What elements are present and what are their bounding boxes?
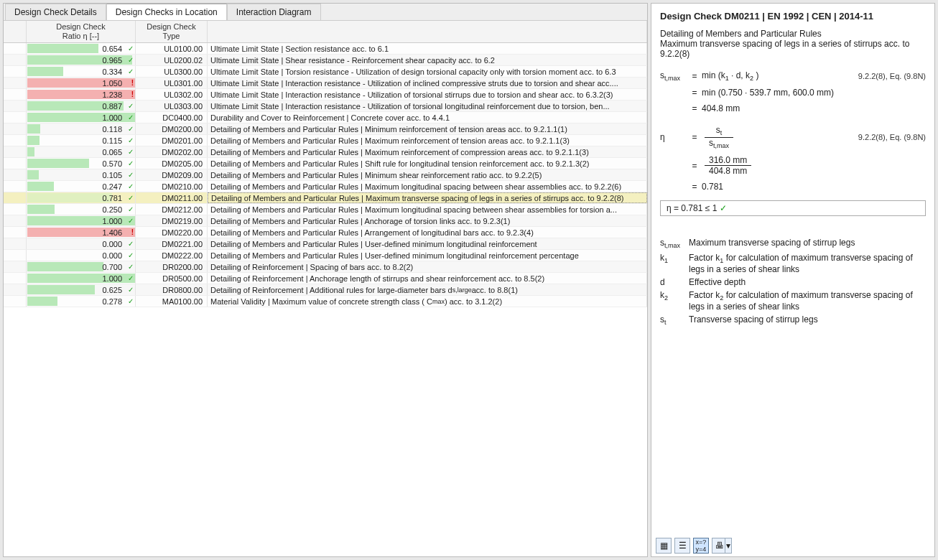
eq-eta: η (660, 132, 687, 142)
table-row[interactable]: 0.625✓DR0800.00Detailing of Reinforcemen… (4, 284, 647, 296)
glossary-row: st,maxMaximum transverse spacing of stir… (660, 238, 926, 249)
result-box: η = 0.781 ≤ 1 ✓ (660, 200, 926, 216)
toolbar-print-dropdown[interactable]: ▾ (725, 538, 732, 554)
fail-icon: ! (131, 90, 134, 98)
tab-design-checks-in-location[interactable]: Design Checks in Location (106, 4, 227, 20)
table-row[interactable]: 1.050!UL0301.00Ultimate Limit State | In… (4, 78, 647, 89)
toolbar-list-button[interactable]: ☰ (674, 538, 690, 554)
grid-body[interactable]: 0.654✓UL0100.00Ultimate Limit State | Se… (4, 43, 647, 546)
table-row[interactable]: 1.406!DM0220.00Detailing of Members and … (4, 227, 647, 238)
table-row[interactable]: 0.000✓DM0221.00Detailing of Members and … (4, 238, 647, 250)
tab-interaction-diagram[interactable]: Interaction Diagram (227, 4, 321, 20)
left-panel: Design Check Details Design Checks in Lo… (3, 3, 648, 557)
table-row[interactable]: 1.000✓DC0400.00Durability and Cover to R… (4, 112, 647, 123)
check-icon: ✓ (128, 286, 134, 294)
check-icon: ✓ (128, 102, 134, 110)
table-row[interactable]: 0.965✓UL0200.02Ultimate Limit State | Sh… (4, 55, 647, 66)
check-icon: ✓ (720, 203, 727, 213)
design-checks-grid: Design CheckRatio η [--] Design CheckTyp… (4, 21, 647, 556)
table-row[interactable]: 1.000✓DM0219.00Detailing of Members and … (4, 215, 647, 227)
glossary-row: k2Factor k2 for calculation of maximum t… (660, 290, 926, 312)
check-icon: ✓ (128, 113, 134, 121)
glossary: st,maxMaximum transverse spacing of stir… (660, 238, 926, 330)
table-row[interactable]: 0.250✓DM0212.00Detailing of Members and … (4, 204, 647, 215)
check-icon: ✓ (128, 148, 134, 156)
table-row[interactable]: 0.887✓UL0303.00Ultimate Limit State | In… (4, 101, 647, 112)
table-row[interactable]: 0.654✓UL0100.00Ultimate Limit State | Se… (4, 43, 647, 55)
toolbar-layout-button[interactable]: ▦ (656, 538, 672, 554)
col-type[interactable]: Design CheckType (136, 21, 208, 42)
table-row[interactable]: 0.334✓UL0300.00Ultimate Limit State | To… (4, 66, 647, 78)
glossary-row: stTransverse spacing of stirrup legs (660, 314, 926, 326)
ref-9.2.2-8-a: 9.2.2(8), Eq. (9.8N) (858, 72, 926, 80)
ref-9.2.2-8-b: 9.2.2(8), Eq. (9.8N) (858, 133, 926, 141)
detail-panel: Design Check DM0211 | EN 1992 | CEN | 20… (651, 3, 935, 557)
check-icon: ✓ (128, 56, 134, 64)
col-ratio[interactable]: Design CheckRatio η [--] (27, 21, 136, 42)
table-row[interactable]: 0.105✓DM0209.00Detailing of Members and … (4, 169, 647, 181)
detail-toolbar: ▦ ☰ x=?y=4 🖶 ▾ (656, 538, 732, 554)
table-row[interactable]: 1.000✓DR0500.00Detailing of Reinforcemen… (4, 273, 647, 284)
glossary-row: dEffective depth (660, 277, 926, 287)
check-icon: ✓ (128, 45, 134, 52)
check-icon: ✓ (128, 182, 134, 190)
grid-header: Design CheckRatio η [--] Design CheckTyp… (4, 21, 647, 43)
table-row[interactable]: 0.065✓DM0202.00Detailing of Members and … (4, 146, 647, 158)
check-icon: ✓ (128, 274, 134, 282)
table-row[interactable]: 0.247✓DM0210.00Detailing of Members and … (4, 181, 647, 192)
check-icon: ✓ (128, 251, 134, 259)
check-icon: ✓ (128, 194, 134, 202)
fail-icon: ! (131, 79, 134, 87)
check-icon: ✓ (128, 125, 134, 133)
table-row[interactable]: 0.278✓MA0100.00Material Validity | Maxim… (4, 296, 647, 307)
check-icon: ✓ (128, 159, 134, 167)
table-row[interactable]: 1.238!UL0302.00Ultimate Limit State | In… (4, 89, 647, 101)
glossary-row: k1Factor k1 for calculation of maximum t… (660, 253, 926, 274)
detail-subtitle: Detailing of Members and Particular Rule… (660, 29, 926, 59)
fail-icon: ! (131, 228, 134, 236)
check-icon: ✓ (128, 263, 134, 271)
table-row[interactable]: 0.118✓DM0200.00Detailing of Members and … (4, 123, 647, 135)
check-icon: ✓ (128, 136, 134, 144)
check-icon: ✓ (128, 171, 134, 179)
check-icon: ✓ (128, 297, 134, 305)
eq-s-tmax: st,max (660, 70, 687, 82)
check-icon: ✓ (128, 205, 134, 213)
detail-title: Design Check DM0211 | EN 1992 | CEN | 20… (660, 11, 926, 22)
check-icon: ✓ (128, 67, 134, 75)
check-icon: ✓ (128, 240, 134, 248)
tab-design-check-details[interactable]: Design Check Details (5, 4, 106, 20)
check-icon: ✓ (128, 217, 134, 225)
table-row[interactable]: 0.115✓DM0201.00Detailing of Members and … (4, 135, 647, 146)
table-row[interactable]: 0.700✓DR0200.00Detailing of Reinforcemen… (4, 261, 647, 273)
table-row[interactable]: 0.781✓DM0211.00Detailing of Members and … (4, 192, 647, 204)
table-row[interactable]: 0.570✓DM0205.00Detailing of Members and … (4, 158, 647, 169)
tabs: Design Check Details Design Checks in Lo… (4, 4, 647, 21)
toolbar-formula-button[interactable]: x=?y=4 (693, 538, 709, 554)
table-row[interactable]: 0.000✓DM0222.00Detailing of Members and … (4, 250, 647, 261)
